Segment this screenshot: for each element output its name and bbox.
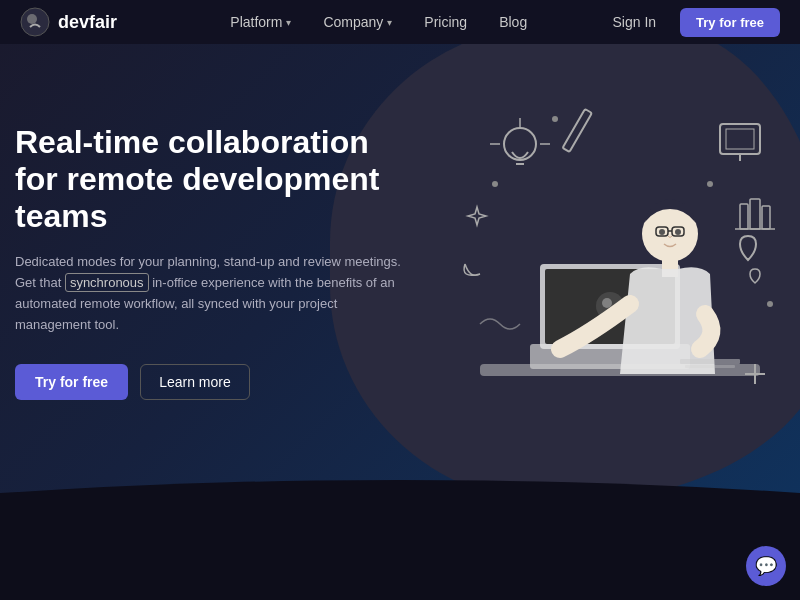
navigation: devfair Platform ▾ Company ▾ Pricing Blo… (0, 0, 800, 44)
svg-rect-25 (740, 204, 748, 229)
sign-in-button[interactable]: Sign In (600, 8, 668, 36)
chat-icon: 💬 (755, 555, 777, 577)
nav-actions: Sign In Try for free (600, 8, 780, 37)
highlight-synchronous: synchronous (65, 273, 149, 292)
hero-buttons: Try for free Learn more (15, 364, 405, 400)
hero-description: Dedicated modes for your planning, stand… (15, 252, 405, 335)
svg-point-10 (675, 229, 681, 235)
svg-point-9 (659, 229, 665, 235)
illustration-svg (400, 64, 780, 484)
brand-name: devfair (58, 12, 117, 33)
svg-rect-26 (750, 199, 760, 229)
svg-point-31 (492, 181, 498, 187)
chat-button[interactable]: 💬 (746, 546, 786, 586)
platform-chevron-icon: ▾ (286, 17, 291, 28)
svg-point-32 (707, 181, 713, 187)
company-chevron-icon: ▾ (387, 17, 392, 28)
svg-point-15 (504, 128, 536, 160)
nav-platform[interactable]: Platform ▾ (216, 8, 305, 36)
svg-point-34 (767, 301, 773, 307)
nav-company[interactable]: Company ▾ (309, 8, 406, 36)
nav-pricing[interactable]: Pricing (410, 8, 481, 36)
nav-blog[interactable]: Blog (485, 8, 541, 36)
svg-rect-20 (563, 109, 592, 152)
svg-point-1 (27, 14, 37, 24)
nav-try-free-button[interactable]: Try for free (680, 8, 780, 37)
hero-learn-more-button[interactable]: Learn more (140, 364, 250, 400)
svg-rect-36 (685, 365, 735, 368)
svg-rect-35 (680, 359, 740, 364)
hero-try-free-button[interactable]: Try for free (15, 364, 128, 400)
hero-title: Real-time collaboration for remote devel… (15, 124, 405, 234)
logo[interactable]: devfair (20, 7, 117, 37)
svg-point-33 (552, 116, 558, 122)
hero-content: Real-time collaboration for remote devel… (15, 124, 405, 400)
hero-bottom-wave (0, 480, 800, 600)
hero-section: Real-time collaboration for remote devel… (0, 44, 800, 600)
logo-icon (20, 7, 50, 37)
svg-rect-22 (726, 129, 754, 149)
hero-illustration (400, 64, 780, 484)
svg-point-7 (602, 298, 612, 308)
svg-rect-27 (762, 206, 770, 229)
nav-links: Platform ▾ Company ▾ Pricing Blog (157, 8, 600, 36)
